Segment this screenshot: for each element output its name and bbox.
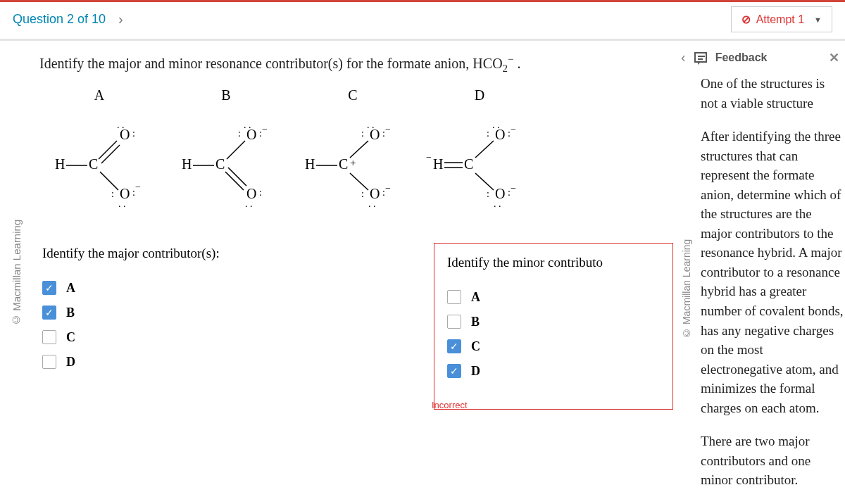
- checkbox[interactable]: [42, 330, 56, 344]
- major-option-a[interactable]: ✓A: [42, 281, 276, 296]
- svg-line-32: [350, 141, 368, 158]
- checkbox[interactable]: ✓: [447, 339, 461, 353]
- major-contributors-block: Identify the major contributor(s): ✓A✓BC…: [39, 243, 279, 410]
- option-label: C: [471, 339, 480, 354]
- structure-a: A H C O : . . O :: [39, 87, 159, 215]
- checkbox[interactable]: [447, 315, 461, 329]
- svg-text::: :: [132, 128, 135, 139]
- option-label: B: [471, 315, 480, 329]
- attempt-dropdown[interactable]: ⊘ Attempt 1 ▼: [731, 6, 832, 32]
- close-icon[interactable]: ✕: [829, 50, 839, 65]
- option-label: A: [66, 281, 75, 296]
- structure-b-diagram: H C O : : . . − O :: [173, 120, 279, 211]
- svg-text::: :: [238, 128, 241, 139]
- major-option-d[interactable]: D: [42, 355, 276, 370]
- svg-text::: :: [487, 189, 489, 199]
- svg-text:. .: . .: [367, 120, 375, 130]
- topbar: Question 2 of 10 › ⊘ Attempt 1 ▼: [0, 0, 845, 41]
- svg-text:H: H: [55, 156, 65, 172]
- svg-text:H: H: [305, 156, 315, 172]
- svg-text:. .: . .: [494, 199, 501, 209]
- svg-text:. .: . .: [117, 120, 125, 130]
- content-area: Identify the major and minor resonance c…: [32, 41, 680, 504]
- option-label: B: [66, 305, 75, 320]
- svg-text:. .: . .: [492, 120, 500, 130]
- brand-text-feedback: © Macmillan Learning: [681, 74, 701, 504]
- major-option-b[interactable]: ✓B: [42, 305, 276, 320]
- checkbox[interactable]: ✓: [42, 281, 56, 295]
- option-label: D: [471, 364, 480, 379]
- structure-c: C H C + O : : . . −: [293, 87, 413, 215]
- question-counter: Question 2 of 10: [13, 12, 106, 27]
- svg-text:−: −: [426, 152, 432, 163]
- attempt-status-icon: ⊘: [741, 13, 751, 26]
- svg-text:C: C: [215, 156, 225, 172]
- feedback-text: One of the structures is not a viable st…: [701, 74, 845, 504]
- svg-line-8: [100, 172, 118, 190]
- svg-text:. .: . .: [244, 120, 251, 130]
- option-label: A: [471, 290, 480, 305]
- structure-d-diagram: − H C O : : . . −: [423, 120, 536, 211]
- svg-text::: :: [487, 128, 489, 139]
- attempt-label: Attempt 1: [756, 13, 804, 26]
- feedback-icon: [694, 52, 707, 63]
- structure-d: D − H C O : : . . −: [420, 87, 539, 215]
- brand-text: © Macmillan Learning: [0, 41, 32, 504]
- option-label: D: [66, 355, 75, 370]
- option-label: C: [66, 330, 75, 345]
- structure-b: B H C O : : . . −: [166, 87, 286, 215]
- checkbox[interactable]: ✓: [42, 305, 56, 320]
- svg-text::: :: [111, 189, 114, 199]
- feedback-title: Feedback: [715, 51, 768, 64]
- svg-text:−: −: [385, 183, 391, 194]
- svg-text::: :: [361, 189, 364, 199]
- svg-text:C: C: [464, 156, 473, 172]
- svg-text:C: C: [339, 156, 348, 172]
- svg-text::: :: [259, 187, 262, 198]
- structure-c-diagram: H C + O : : . . − O :: [296, 120, 409, 211]
- svg-text:−: −: [135, 182, 141, 192]
- minor-title: Identify the minor contributo: [447, 255, 660, 270]
- minor-option-b[interactable]: B: [447, 315, 660, 329]
- checkbox[interactable]: [42, 355, 56, 369]
- incorrect-label: Incorrect: [432, 400, 647, 410]
- checkbox[interactable]: [447, 290, 461, 304]
- minor-option-c[interactable]: ✓C: [447, 339, 660, 354]
- svg-text:. .: . .: [245, 199, 253, 209]
- minor-option-d[interactable]: ✓D: [447, 364, 660, 379]
- svg-text:−: −: [385, 124, 391, 134]
- question-prompt: Identify the major and minor resonance c…: [39, 53, 673, 75]
- svg-text:C: C: [89, 156, 98, 172]
- minor-option-a[interactable]: A: [447, 290, 660, 305]
- svg-line-38: [350, 173, 368, 190]
- checkbox[interactable]: ✓: [447, 364, 461, 378]
- feedback-panel: ‹ Feedback ✕ © Macmillan Learning One of…: [680, 41, 845, 504]
- svg-text:−: −: [511, 183, 516, 194]
- svg-text:. .: . .: [118, 199, 126, 209]
- next-question-chevron[interactable]: ›: [118, 11, 123, 27]
- svg-text:H: H: [182, 156, 192, 172]
- svg-text:−: −: [511, 124, 516, 134]
- svg-line-49: [475, 141, 494, 158]
- svg-text:+: +: [350, 157, 356, 168]
- svg-line-17: [227, 141, 245, 159]
- svg-text:. .: . .: [368, 199, 376, 209]
- structure-a-diagram: H C O : . . O : : . .: [46, 120, 152, 211]
- major-option-c[interactable]: C: [42, 330, 276, 345]
- minor-contributors-block: Identify the minor contributo AB✓C✓D Inc…: [434, 243, 673, 410]
- structures-row: A H C O : . . O :: [39, 87, 673, 215]
- chevron-down-icon: ▼: [814, 15, 822, 24]
- svg-text:−: −: [262, 124, 268, 134]
- svg-text:H: H: [433, 156, 443, 172]
- feedback-prev-icon[interactable]: ‹: [681, 49, 686, 65]
- svg-line-55: [475, 173, 494, 190]
- svg-text::: :: [361, 128, 364, 139]
- major-title: Identify the major contributor(s):: [42, 246, 276, 261]
